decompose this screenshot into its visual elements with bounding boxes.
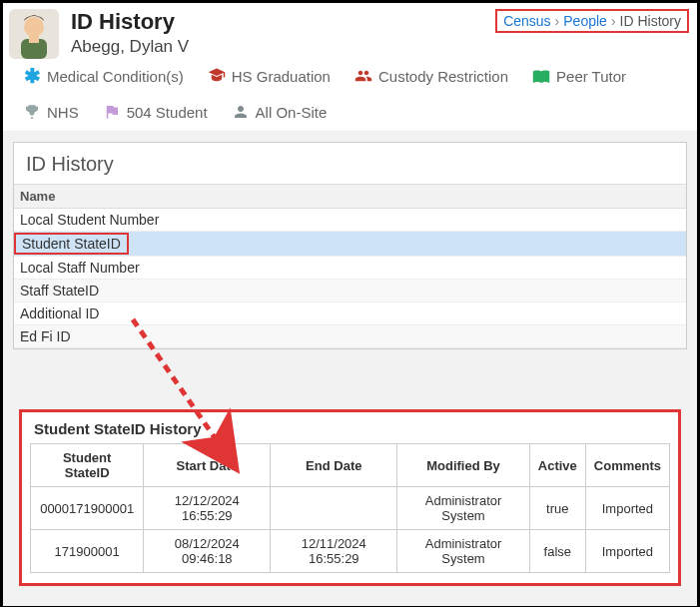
breadcrumb-link-census[interactable]: Census <box>503 13 550 29</box>
col-active[interactable]: Active <box>529 444 585 487</box>
breadcrumb-link-people[interactable]: People <box>563 13 607 29</box>
cell-id: 0000171900001 <box>31 487 144 530</box>
column-header-name: Name <box>14 184 686 209</box>
chevron-right-icon: › <box>555 13 560 29</box>
chevron-right-icon: › <box>611 13 616 29</box>
flag-label: Medical Condition(s) <box>47 68 184 85</box>
list-item-selected[interactable]: Student StateID <box>14 233 129 255</box>
col-comments[interactable]: Comments <box>585 444 669 487</box>
graduation-cap-icon <box>208 67 226 85</box>
cell-start: 08/12/2024 09:46:18 <box>144 530 271 573</box>
cell-active: false <box>529 530 585 573</box>
list-item[interactable]: Staff StateID <box>14 280 686 303</box>
flag-onsite[interactable]: All On-Site <box>232 103 328 121</box>
col-modby[interactable]: Modified By <box>397 444 529 487</box>
svg-rect-3 <box>29 35 39 43</box>
cell-end: 12/11/2024 16:55:29 <box>271 530 397 573</box>
cell-comments: Imported <box>585 530 669 573</box>
table-row[interactable]: 0000171900001 12/12/2024 16:55:29 Admini… <box>31 487 670 530</box>
list-item[interactable]: Local Student Number <box>14 209 686 232</box>
flag-peer-tutor[interactable]: Peer Tutor <box>532 67 626 85</box>
avatar <box>9 9 59 59</box>
table-row[interactable]: 171900001 08/12/2024 09:46:18 12/11/2024… <box>31 530 670 573</box>
flag-medical[interactable]: ✱ Medical Condition(s) <box>23 67 184 85</box>
trophy-icon <box>23 103 41 121</box>
panel-title: ID History <box>14 143 686 184</box>
flag-nhs[interactable]: NHS <box>23 103 79 121</box>
cell-id: 171900001 <box>31 530 144 573</box>
flag-label: HS Graduation <box>232 68 331 85</box>
people-icon <box>354 67 372 85</box>
flags-row: ✱ Medical Condition(s) HS Graduation Cus… <box>3 59 697 132</box>
list-item[interactable]: Local Staff Number <box>14 257 686 280</box>
cell-by: Administrator System <box>397 487 529 530</box>
breadcrumb-current: ID History <box>620 13 681 29</box>
person-name: Abegg, Dylan V <box>71 37 687 57</box>
flag-icon <box>103 103 121 121</box>
flag-label: Custody Restriction <box>378 68 508 85</box>
svg-line-4 <box>133 319 223 449</box>
cell-end <box>271 487 397 530</box>
annotation-arrow-icon <box>113 309 273 479</box>
cell-active: true <box>529 487 585 530</box>
cell-by: Administrator System <box>397 530 529 573</box>
flag-custody[interactable]: Custody Restriction <box>354 67 508 85</box>
flag-label: Peer Tutor <box>556 68 626 85</box>
book-icon <box>532 67 550 85</box>
cell-comments: Imported <box>585 487 669 530</box>
flag-graduation[interactable]: HS Graduation <box>208 67 331 85</box>
breadcrumb: Census › People › ID History <box>495 9 689 33</box>
flag-label: 504 Student <box>127 104 208 121</box>
flag-504[interactable]: 504 Student <box>103 103 208 121</box>
svg-point-1 <box>24 17 44 37</box>
cell-start: 12/12/2024 16:55:29 <box>144 487 271 530</box>
col-end[interactable]: End Date <box>271 444 397 487</box>
user-icon <box>232 103 250 121</box>
asterisk-icon: ✱ <box>23 67 41 85</box>
flag-label: NHS <box>47 104 79 121</box>
flag-label: All On-Site <box>256 104 328 121</box>
